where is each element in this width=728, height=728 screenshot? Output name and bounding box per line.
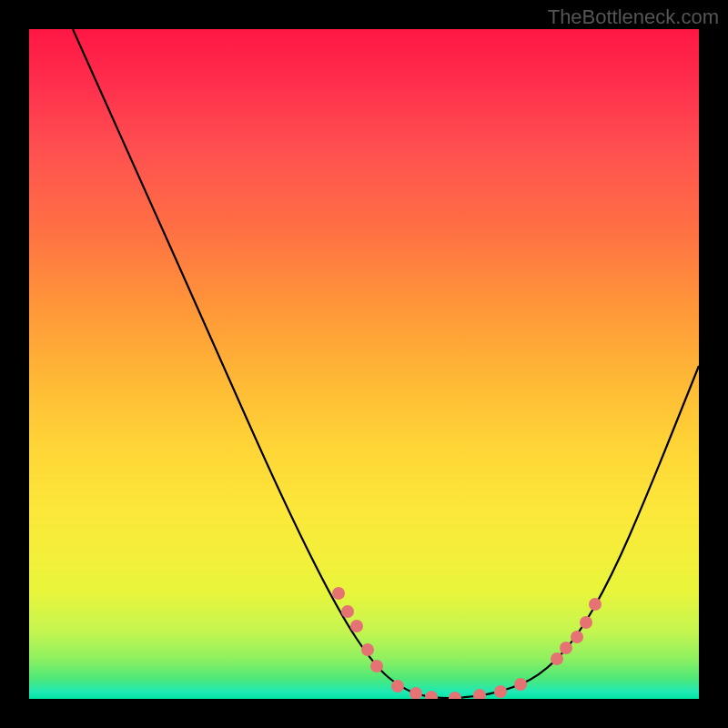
data-dots: [332, 587, 602, 699]
data-dot: [361, 643, 374, 656]
data-dot: [332, 587, 345, 600]
bottleneck-curve: [73, 29, 699, 698]
data-dot: [370, 660, 383, 672]
watermark-text: TheBottleneck.com: [548, 5, 719, 29]
data-dot: [589, 598, 602, 611]
data-dot: [571, 631, 583, 643]
data-dot: [560, 642, 572, 654]
data-dot: [449, 692, 461, 699]
data-dot: [425, 691, 438, 699]
data-dot: [514, 678, 527, 691]
data-dot: [551, 652, 563, 665]
data-dot: [473, 689, 486, 699]
data-dot: [494, 685, 507, 698]
curve-svg: [29, 29, 699, 699]
data-dot: [580, 616, 592, 629]
data-dot: [341, 605, 354, 618]
data-dot: [350, 620, 363, 632]
chart-frame: [29, 29, 699, 699]
plot-area: [29, 29, 699, 699]
data-dot: [391, 680, 404, 693]
data-dot: [410, 687, 422, 699]
